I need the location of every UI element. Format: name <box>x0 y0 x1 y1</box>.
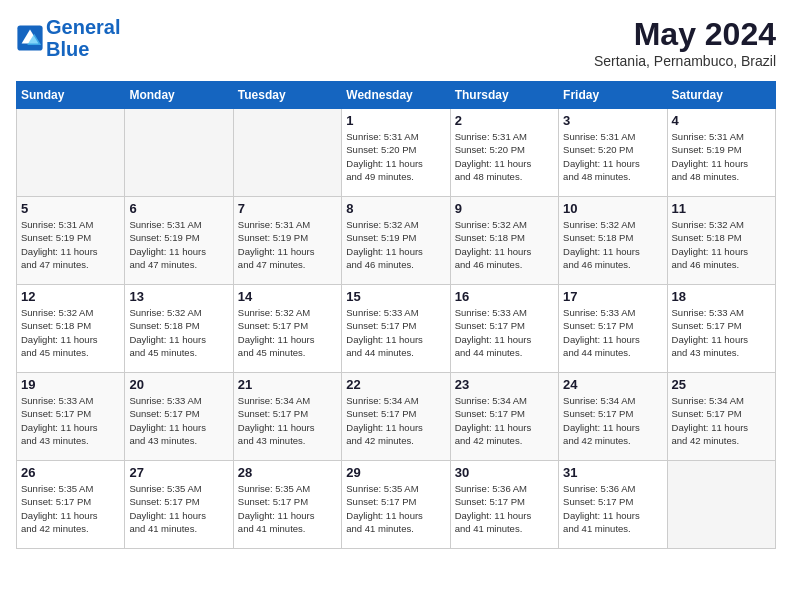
day-number: 13 <box>129 289 228 304</box>
day-info: Sunrise: 5:31 AMSunset: 5:19 PMDaylight:… <box>672 130 771 183</box>
day-info: Sunrise: 5:33 AMSunset: 5:17 PMDaylight:… <box>346 306 445 359</box>
logo: General Blue <box>16 16 120 60</box>
day-number: 22 <box>346 377 445 392</box>
day-info: Sunrise: 5:33 AMSunset: 5:17 PMDaylight:… <box>129 394 228 447</box>
location: Sertania, Pernambuco, Brazil <box>594 53 776 69</box>
calendar-table: SundayMondayTuesdayWednesdayThursdayFrid… <box>16 81 776 549</box>
day-header-sunday: Sunday <box>17 82 125 109</box>
day-info: Sunrise: 5:35 AMSunset: 5:17 PMDaylight:… <box>129 482 228 535</box>
day-info: Sunrise: 5:32 AMSunset: 5:19 PMDaylight:… <box>346 218 445 271</box>
day-info: Sunrise: 5:34 AMSunset: 5:17 PMDaylight:… <box>238 394 337 447</box>
calendar-week-4: 19Sunrise: 5:33 AMSunset: 5:17 PMDayligh… <box>17 373 776 461</box>
logo-text: General Blue <box>46 16 120 60</box>
day-info: Sunrise: 5:31 AMSunset: 5:20 PMDaylight:… <box>346 130 445 183</box>
day-header-monday: Monday <box>125 82 233 109</box>
calendar-week-1: 1Sunrise: 5:31 AMSunset: 5:20 PMDaylight… <box>17 109 776 197</box>
calendar-cell: 23Sunrise: 5:34 AMSunset: 5:17 PMDayligh… <box>450 373 558 461</box>
calendar-week-5: 26Sunrise: 5:35 AMSunset: 5:17 PMDayligh… <box>17 461 776 549</box>
calendar-cell: 15Sunrise: 5:33 AMSunset: 5:17 PMDayligh… <box>342 285 450 373</box>
day-header-thursday: Thursday <box>450 82 558 109</box>
day-info: Sunrise: 5:32 AMSunset: 5:18 PMDaylight:… <box>563 218 662 271</box>
day-info: Sunrise: 5:36 AMSunset: 5:17 PMDaylight:… <box>563 482 662 535</box>
day-info: Sunrise: 5:31 AMSunset: 5:20 PMDaylight:… <box>563 130 662 183</box>
day-number: 8 <box>346 201 445 216</box>
calendar-cell: 14Sunrise: 5:32 AMSunset: 5:17 PMDayligh… <box>233 285 341 373</box>
day-number: 10 <box>563 201 662 216</box>
day-number: 2 <box>455 113 554 128</box>
calendar-cell <box>17 109 125 197</box>
calendar-cell: 22Sunrise: 5:34 AMSunset: 5:17 PMDayligh… <box>342 373 450 461</box>
day-number: 7 <box>238 201 337 216</box>
day-info: Sunrise: 5:34 AMSunset: 5:17 PMDaylight:… <box>455 394 554 447</box>
calendar-cell: 16Sunrise: 5:33 AMSunset: 5:17 PMDayligh… <box>450 285 558 373</box>
day-number: 18 <box>672 289 771 304</box>
calendar-cell: 1Sunrise: 5:31 AMSunset: 5:20 PMDaylight… <box>342 109 450 197</box>
day-number: 11 <box>672 201 771 216</box>
day-info: Sunrise: 5:34 AMSunset: 5:17 PMDaylight:… <box>672 394 771 447</box>
day-number: 4 <box>672 113 771 128</box>
calendar-week-3: 12Sunrise: 5:32 AMSunset: 5:18 PMDayligh… <box>17 285 776 373</box>
day-header-saturday: Saturday <box>667 82 775 109</box>
calendar-cell: 26Sunrise: 5:35 AMSunset: 5:17 PMDayligh… <box>17 461 125 549</box>
day-number: 9 <box>455 201 554 216</box>
title-block: May 2024 Sertania, Pernambuco, Brazil <box>594 16 776 69</box>
day-number: 26 <box>21 465 120 480</box>
calendar-cell: 30Sunrise: 5:36 AMSunset: 5:17 PMDayligh… <box>450 461 558 549</box>
calendar-cell <box>233 109 341 197</box>
calendar-cell: 13Sunrise: 5:32 AMSunset: 5:18 PMDayligh… <box>125 285 233 373</box>
day-info: Sunrise: 5:35 AMSunset: 5:17 PMDaylight:… <box>346 482 445 535</box>
calendar-cell: 17Sunrise: 5:33 AMSunset: 5:17 PMDayligh… <box>559 285 667 373</box>
day-number: 23 <box>455 377 554 392</box>
day-info: Sunrise: 5:32 AMSunset: 5:18 PMDaylight:… <box>455 218 554 271</box>
day-number: 5 <box>21 201 120 216</box>
day-header-tuesday: Tuesday <box>233 82 341 109</box>
day-number: 25 <box>672 377 771 392</box>
calendar-cell: 3Sunrise: 5:31 AMSunset: 5:20 PMDaylight… <box>559 109 667 197</box>
calendar-cell: 24Sunrise: 5:34 AMSunset: 5:17 PMDayligh… <box>559 373 667 461</box>
calendar-cell: 29Sunrise: 5:35 AMSunset: 5:17 PMDayligh… <box>342 461 450 549</box>
day-number: 24 <box>563 377 662 392</box>
calendar-cell: 4Sunrise: 5:31 AMSunset: 5:19 PMDaylight… <box>667 109 775 197</box>
logo-general: General <box>46 16 120 38</box>
calendar-cell: 5Sunrise: 5:31 AMSunset: 5:19 PMDaylight… <box>17 197 125 285</box>
day-number: 21 <box>238 377 337 392</box>
calendar-cell: 2Sunrise: 5:31 AMSunset: 5:20 PMDaylight… <box>450 109 558 197</box>
day-info: Sunrise: 5:33 AMSunset: 5:17 PMDaylight:… <box>21 394 120 447</box>
day-info: Sunrise: 5:32 AMSunset: 5:17 PMDaylight:… <box>238 306 337 359</box>
calendar-cell: 31Sunrise: 5:36 AMSunset: 5:17 PMDayligh… <box>559 461 667 549</box>
day-info: Sunrise: 5:32 AMSunset: 5:18 PMDaylight:… <box>129 306 228 359</box>
page-header: General Blue May 2024 Sertania, Pernambu… <box>16 16 776 69</box>
day-header-wednesday: Wednesday <box>342 82 450 109</box>
day-number: 1 <box>346 113 445 128</box>
day-number: 19 <box>21 377 120 392</box>
day-number: 31 <box>563 465 662 480</box>
logo-blue: Blue <box>46 38 89 60</box>
day-number: 30 <box>455 465 554 480</box>
calendar-cell: 18Sunrise: 5:33 AMSunset: 5:17 PMDayligh… <box>667 285 775 373</box>
calendar-cell: 7Sunrise: 5:31 AMSunset: 5:19 PMDaylight… <box>233 197 341 285</box>
calendar-cell: 8Sunrise: 5:32 AMSunset: 5:19 PMDaylight… <box>342 197 450 285</box>
calendar-cell: 6Sunrise: 5:31 AMSunset: 5:19 PMDaylight… <box>125 197 233 285</box>
day-info: Sunrise: 5:36 AMSunset: 5:17 PMDaylight:… <box>455 482 554 535</box>
calendar-week-2: 5Sunrise: 5:31 AMSunset: 5:19 PMDaylight… <box>17 197 776 285</box>
calendar-cell: 11Sunrise: 5:32 AMSunset: 5:18 PMDayligh… <box>667 197 775 285</box>
day-info: Sunrise: 5:34 AMSunset: 5:17 PMDaylight:… <box>346 394 445 447</box>
calendar-cell: 25Sunrise: 5:34 AMSunset: 5:17 PMDayligh… <box>667 373 775 461</box>
day-info: Sunrise: 5:35 AMSunset: 5:17 PMDaylight:… <box>21 482 120 535</box>
day-info: Sunrise: 5:31 AMSunset: 5:19 PMDaylight:… <box>21 218 120 271</box>
day-info: Sunrise: 5:31 AMSunset: 5:19 PMDaylight:… <box>238 218 337 271</box>
calendar-cell: 12Sunrise: 5:32 AMSunset: 5:18 PMDayligh… <box>17 285 125 373</box>
calendar-cell: 9Sunrise: 5:32 AMSunset: 5:18 PMDaylight… <box>450 197 558 285</box>
calendar-cell <box>667 461 775 549</box>
calendar-cell: 10Sunrise: 5:32 AMSunset: 5:18 PMDayligh… <box>559 197 667 285</box>
calendar-cell: 28Sunrise: 5:35 AMSunset: 5:17 PMDayligh… <box>233 461 341 549</box>
day-number: 12 <box>21 289 120 304</box>
day-number: 17 <box>563 289 662 304</box>
day-info: Sunrise: 5:32 AMSunset: 5:18 PMDaylight:… <box>672 218 771 271</box>
day-number: 3 <box>563 113 662 128</box>
day-info: Sunrise: 5:33 AMSunset: 5:17 PMDaylight:… <box>455 306 554 359</box>
day-header-friday: Friday <box>559 82 667 109</box>
day-info: Sunrise: 5:31 AMSunset: 5:19 PMDaylight:… <box>129 218 228 271</box>
day-number: 15 <box>346 289 445 304</box>
day-number: 29 <box>346 465 445 480</box>
